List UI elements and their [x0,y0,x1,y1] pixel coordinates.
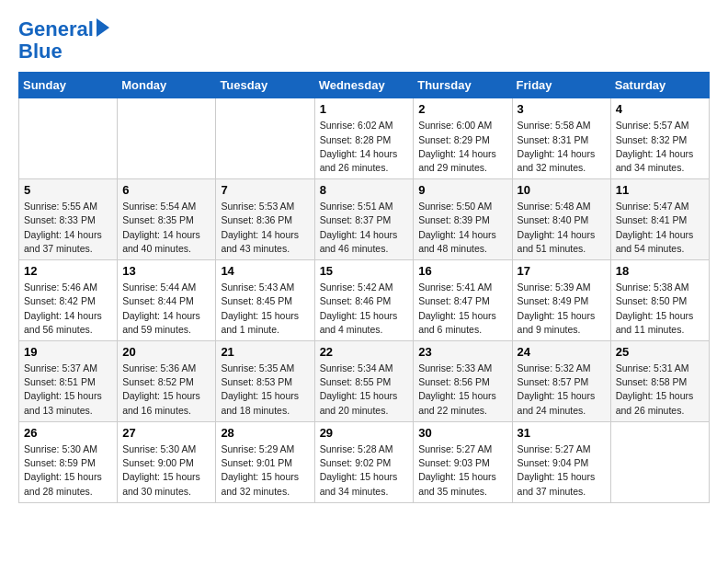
day-cell: 4Sunrise: 5:57 AM Sunset: 8:32 PM Daylig… [610,98,709,179]
day-number: 5 [24,183,112,197]
day-cell: 9Sunrise: 5:50 AM Sunset: 8:39 PM Daylig… [414,179,512,260]
week-row-4: 19Sunrise: 5:37 AM Sunset: 8:51 PM Dayli… [19,341,710,422]
day-info: Sunrise: 5:47 AM Sunset: 8:41 PM Dayligh… [616,200,704,256]
header-wednesday: Wednesday [314,73,414,98]
day-info: Sunrise: 5:50 AM Sunset: 8:39 PM Dayligh… [418,200,506,256]
day-number: 24 [518,345,606,359]
day-number: 7 [221,183,309,197]
day-number: 15 [320,264,409,278]
day-number: 8 [320,183,409,197]
day-cell: 26Sunrise: 5:30 AM Sunset: 8:59 PM Dayli… [19,421,118,502]
day-info: Sunrise: 5:42 AM Sunset: 8:46 PM Dayligh… [320,281,409,337]
day-info: Sunrise: 5:51 AM Sunset: 8:37 PM Dayligh… [320,200,409,256]
day-info: Sunrise: 5:57 AM Sunset: 8:32 PM Dayligh… [616,119,704,175]
day-cell: 3Sunrise: 5:58 AM Sunset: 8:31 PM Daylig… [512,98,610,179]
day-cell: 12Sunrise: 5:46 AM Sunset: 8:42 PM Dayli… [19,260,118,341]
day-info: Sunrise: 5:54 AM Sunset: 8:35 PM Dayligh… [122,200,210,256]
day-info: Sunrise: 5:32 AM Sunset: 8:57 PM Dayligh… [518,362,606,418]
day-number: 14 [221,264,309,278]
day-number: 17 [518,264,606,278]
day-cell: 8Sunrise: 5:51 AM Sunset: 8:37 PM Daylig… [314,179,414,260]
day-info: Sunrise: 5:30 AM Sunset: 8:59 PM Dayligh… [24,442,112,499]
calendar-table: SundayMondayTuesdayWednesdayThursdayFrid… [18,72,710,502]
day-cell: 17Sunrise: 5:39 AM Sunset: 8:49 PM Dayli… [512,260,610,341]
day-cell: 21Sunrise: 5:35 AM Sunset: 8:53 PM Dayli… [216,341,314,422]
day-cell: 22Sunrise: 5:34 AM Sunset: 8:55 PM Dayli… [314,341,414,422]
day-info: Sunrise: 5:37 AM Sunset: 8:51 PM Dayligh… [24,362,112,418]
day-number: 13 [122,264,210,278]
day-number: 19 [24,345,112,359]
day-number: 23 [418,345,506,359]
day-info: Sunrise: 5:41 AM Sunset: 8:47 PM Dayligh… [418,281,506,337]
day-number: 12 [24,264,112,278]
day-cell: 18Sunrise: 5:38 AM Sunset: 8:50 PM Dayli… [610,260,709,341]
header-tuesday: Tuesday [216,73,314,98]
day-cell: 16Sunrise: 5:41 AM Sunset: 8:47 PM Dayli… [414,260,512,341]
logo-text: General [18,18,94,40]
day-cell: 24Sunrise: 5:32 AM Sunset: 8:57 PM Dayli… [512,341,610,422]
day-cell: 28Sunrise: 5:29 AM Sunset: 9:01 PM Dayli… [216,421,314,502]
day-cell: 23Sunrise: 5:33 AM Sunset: 8:56 PM Dayli… [414,341,512,422]
day-info: Sunrise: 5:46 AM Sunset: 8:42 PM Dayligh… [24,281,112,337]
day-cell: 25Sunrise: 5:31 AM Sunset: 8:58 PM Dayli… [610,341,709,422]
day-info: Sunrise: 5:55 AM Sunset: 8:33 PM Dayligh… [24,200,112,256]
day-cell: 31Sunrise: 5:27 AM Sunset: 9:04 PM Dayli… [512,421,610,502]
day-cell: 19Sunrise: 5:37 AM Sunset: 8:51 PM Dayli… [19,341,118,422]
logo-text2: Blue [18,40,63,63]
logo-arrow-icon [97,18,109,37]
day-info: Sunrise: 5:43 AM Sunset: 8:45 PM Dayligh… [221,281,309,337]
header-thursday: Thursday [414,73,512,98]
day-info: Sunrise: 5:44 AM Sunset: 8:44 PM Dayligh… [122,281,210,337]
day-info: Sunrise: 5:28 AM Sunset: 9:02 PM Dayligh… [320,442,409,499]
day-info: Sunrise: 5:36 AM Sunset: 8:52 PM Dayligh… [122,362,210,418]
day-cell: 20Sunrise: 5:36 AM Sunset: 8:52 PM Dayli… [118,341,216,422]
day-number: 28 [221,426,309,440]
day-number: 6 [122,183,210,197]
day-number: 2 [418,102,506,116]
day-number: 31 [518,426,606,440]
day-info: Sunrise: 5:35 AM Sunset: 8:53 PM Dayligh… [221,362,309,418]
day-number: 10 [518,183,606,197]
header-friday: Friday [512,73,610,98]
week-row-2: 5Sunrise: 5:55 AM Sunset: 8:33 PM Daylig… [19,179,710,260]
day-number: 9 [418,183,506,197]
day-info: Sunrise: 5:31 AM Sunset: 8:58 PM Dayligh… [616,362,704,418]
day-info: Sunrise: 5:39 AM Sunset: 8:49 PM Dayligh… [518,281,606,337]
day-number: 21 [221,345,309,359]
day-cell [216,98,314,179]
day-number: 25 [616,345,704,359]
day-info: Sunrise: 5:29 AM Sunset: 9:01 PM Dayligh… [221,442,309,499]
day-cell: 29Sunrise: 5:28 AM Sunset: 9:02 PM Dayli… [314,421,414,502]
day-cell: 15Sunrise: 5:42 AM Sunset: 8:46 PM Dayli… [314,260,414,341]
day-info: Sunrise: 5:53 AM Sunset: 8:36 PM Dayligh… [221,200,309,256]
day-cell: 30Sunrise: 5:27 AM Sunset: 9:03 PM Dayli… [414,421,512,502]
header-monday: Monday [118,73,216,98]
day-number: 3 [518,102,606,116]
day-info: Sunrise: 5:33 AM Sunset: 8:56 PM Dayligh… [418,362,506,418]
day-number: 18 [616,264,704,278]
day-number: 30 [418,426,506,440]
week-row-1: 1Sunrise: 6:02 AM Sunset: 8:28 PM Daylig… [19,98,710,179]
day-cell [118,98,216,179]
header-row: SundayMondayTuesdayWednesdayThursdayFrid… [19,73,710,98]
week-row-5: 26Sunrise: 5:30 AM Sunset: 8:59 PM Dayli… [19,421,710,502]
day-info: Sunrise: 5:38 AM Sunset: 8:50 PM Dayligh… [616,281,704,337]
week-row-3: 12Sunrise: 5:46 AM Sunset: 8:42 PM Dayli… [19,260,710,341]
day-info: Sunrise: 5:30 AM Sunset: 9:00 PM Dayligh… [122,442,210,499]
header-saturday: Saturday [610,73,709,98]
day-number: 26 [24,426,112,440]
day-cell: 14Sunrise: 5:43 AM Sunset: 8:45 PM Dayli… [216,260,314,341]
day-cell: 27Sunrise: 5:30 AM Sunset: 9:00 PM Dayli… [118,421,216,502]
day-info: Sunrise: 5:27 AM Sunset: 9:04 PM Dayligh… [518,442,606,499]
day-number: 16 [418,264,506,278]
day-cell: 6Sunrise: 5:54 AM Sunset: 8:35 PM Daylig… [118,179,216,260]
day-number: 1 [320,102,409,116]
page-header: General Blue [18,18,710,63]
day-cell: 2Sunrise: 6:00 AM Sunset: 8:29 PM Daylig… [414,98,512,179]
day-info: Sunrise: 5:27 AM Sunset: 9:03 PM Dayligh… [418,442,506,499]
day-cell: 11Sunrise: 5:47 AM Sunset: 8:41 PM Dayli… [610,179,709,260]
day-info: Sunrise: 5:34 AM Sunset: 8:55 PM Dayligh… [320,362,409,418]
day-info: Sunrise: 5:58 AM Sunset: 8:31 PM Dayligh… [518,119,606,175]
day-cell [610,421,709,502]
day-cell: 1Sunrise: 6:02 AM Sunset: 8:28 PM Daylig… [314,98,414,179]
